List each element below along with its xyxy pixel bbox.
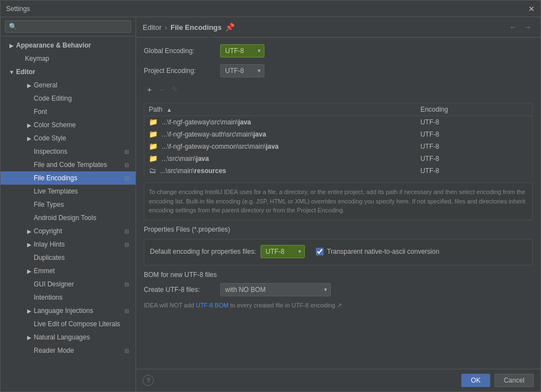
sidebar-label-general: General xyxy=(34,81,131,89)
sidebar-label-font: Font xyxy=(34,108,131,116)
sidebar-item-copyright[interactable]: ▶ Copyright ⊟ xyxy=(1,224,136,238)
expand-arrow: ▶ xyxy=(7,43,16,49)
sidebar-item-font[interactable]: Font xyxy=(1,105,136,118)
expand-arrow-editor: ▼ xyxy=(7,69,16,75)
reader-mode-badge: ⊟ xyxy=(122,346,131,355)
back-button[interactable]: ← xyxy=(507,22,519,33)
sidebar-item-inlay-hints[interactable]: ▶ Inlay Hints ⊟ xyxy=(1,238,136,251)
table-row[interactable]: 📁 ...\f-ngf-gateway-auth\src\main\java U… xyxy=(144,128,533,140)
col-path[interactable]: Path ▲ xyxy=(144,103,416,116)
sidebar-item-code-style[interactable]: ▶ Code Style xyxy=(1,132,136,145)
project-encoding-label: Project Encoding: xyxy=(144,67,216,75)
row-path: 📁 ...\f-ngf-gateway\src\main\java xyxy=(144,116,416,128)
bom-section: BOM for new UTF-8 files Create UTF-8 fil… xyxy=(144,271,533,309)
sidebar-item-intentions[interactable]: Intentions xyxy=(1,291,136,304)
sidebar-item-appearance[interactable]: ▶ Appearance & Behavior xyxy=(1,39,136,52)
global-encoding-value: UTF-8 xyxy=(225,47,244,55)
breadcrumb: Editor › File Encodings 📌 xyxy=(143,23,235,32)
sidebar-item-live-templates[interactable]: Live Templates xyxy=(1,185,136,198)
sidebar-item-reader-mode[interactable]: Reader Mode ⊟ xyxy=(1,344,136,357)
settings-window: Settings ✕ ▶ Appearance & Behavior Keyma… xyxy=(0,0,541,392)
utf8-bom-link[interactable]: UTF-8 BOM xyxy=(196,302,228,309)
row-path: 📁 ...\f-ngf-gateway-auth\src\main\java xyxy=(144,128,416,140)
sidebar-label-natural-languages: Natural Languages xyxy=(34,333,131,341)
sidebar-item-duplicates[interactable]: Duplicates xyxy=(1,251,136,264)
sidebar-item-file-code-templates[interactable]: File and Code Templates ⊟ xyxy=(1,158,136,171)
folder-icon: 📁 xyxy=(149,142,158,150)
breadcrumb-current: File Encodings xyxy=(170,23,221,32)
default-encoding-value: UTF-8 xyxy=(266,248,284,255)
help-button[interactable]: ? xyxy=(143,375,154,386)
remove-button[interactable]: − xyxy=(156,84,167,95)
global-encoding-dropdown[interactable]: UTF-8 ▼ xyxy=(220,44,264,58)
cancel-button[interactable]: Cancel xyxy=(495,374,534,387)
search-input[interactable] xyxy=(5,20,131,33)
sidebar-item-android-design[interactable]: Android Design Tools xyxy=(1,211,136,224)
sidebar-item-live-edit[interactable]: Live Edit of Compose Literals xyxy=(1,317,136,331)
sidebar-label-live-templates: Live Templates xyxy=(34,187,131,195)
sidebar-label-code-style: Code Style xyxy=(34,134,131,142)
file-table: Path ▲ Encoding 📁 ...\f-ngf-gateway\src\… xyxy=(144,103,533,177)
global-encoding-label: Global Encoding: xyxy=(144,47,216,55)
sidebar-label-code-editing: Code Editing xyxy=(34,95,131,102)
hint-text: To change encoding IntelliJ IDEA uses fo… xyxy=(144,182,533,220)
row-path: 🗂 ...\src\main\resources xyxy=(144,165,416,177)
forward-button[interactable]: → xyxy=(522,22,534,33)
create-utf8-row: Create UTF-8 files: with NO BOM ▼ xyxy=(144,283,533,296)
col-encoding[interactable]: Encoding xyxy=(416,103,533,116)
table-row[interactable]: 🗂 ...\src\main\resources UTF-8 xyxy=(144,165,533,177)
file-encodings-badge: ⊟ xyxy=(122,174,131,182)
ok-button[interactable]: OK xyxy=(461,374,490,387)
main-body: Global Encoding: UTF-8 ▼ Project Encodin… xyxy=(136,38,540,369)
folder-file-icon: 🗂 xyxy=(149,166,156,175)
sidebar-label-duplicates: Duplicates xyxy=(34,254,131,262)
add-button[interactable]: + xyxy=(144,84,155,95)
edit-button[interactable]: ✎ xyxy=(168,84,181,95)
row-encoding: UTF-8 xyxy=(416,153,533,165)
create-utf8-dropdown[interactable]: with NO BOM ▼ xyxy=(220,283,331,296)
sidebar-item-keymap[interactable]: Keymap xyxy=(1,52,136,65)
sidebar-label-color-scheme: Color Scheme xyxy=(34,121,131,129)
sidebar-label-emmet: Emmet xyxy=(34,267,131,275)
sidebar-label-reader-mode: Reader Mode xyxy=(34,347,122,354)
path-prefix: ...\f-ngf-gateway-common\src\main\ xyxy=(162,143,266,150)
sidebar-item-gui-designer[interactable]: GUI Designer ⊟ xyxy=(1,278,136,291)
content-area: ▶ Appearance & Behavior Keymap ▼ Editor … xyxy=(1,17,540,391)
transparent-checkbox[interactable] xyxy=(316,248,324,255)
gui-designer-badge: ⊟ xyxy=(122,280,131,289)
create-utf8-value: with NO BOM xyxy=(225,286,266,294)
row-encoding: UTF-8 xyxy=(416,165,533,177)
sidebar-item-emmet[interactable]: ▶ Emmet xyxy=(1,264,136,278)
sidebar-label-copyright: Copyright xyxy=(34,227,122,235)
sidebar-item-editor[interactable]: ▼ Editor xyxy=(1,65,136,79)
path-bold: resources xyxy=(194,167,226,175)
sidebar-item-color-scheme[interactable]: ▶ Color Scheme xyxy=(1,118,136,132)
project-encoding-row: Project Encoding: UTF-8 ▼ xyxy=(144,64,533,77)
language-injections-badge: ⊟ xyxy=(122,306,131,315)
table-row[interactable]: 📁 ...\src\main\java UTF-8 xyxy=(144,153,533,165)
sidebar-label-file-code-templates: File and Code Templates xyxy=(34,161,122,169)
sidebar-label-keymap: Keymap xyxy=(25,55,131,62)
path-prefix: ...\f-ngf-gateway-auth\src\main\ xyxy=(162,130,253,138)
sidebar-item-language-injections[interactable]: ▶ Language Injections ⊟ xyxy=(1,304,136,317)
project-encoding-dropdown[interactable]: UTF-8 ▼ xyxy=(220,64,264,77)
close-button[interactable]: ✕ xyxy=(528,4,535,13)
sidebar-item-inspections[interactable]: Inspections ⊟ xyxy=(1,145,136,158)
sidebar-tree: ▶ Appearance & Behavior Keymap ▼ Editor … xyxy=(1,36,136,391)
table-row[interactable]: 📁 ...\f-ngf-gateway\src\main\java UTF-8 xyxy=(144,116,533,128)
sidebar-item-general[interactable]: ▶ General xyxy=(1,79,136,92)
file-templates-badge: ⊟ xyxy=(122,160,131,169)
default-encoding-dropdown[interactable]: UTF-8 ▼ xyxy=(261,245,305,258)
table-row[interactable]: 📁 ...\f-ngf-gateway-common\src\main\java… xyxy=(144,140,533,153)
path-bold: java xyxy=(253,130,266,138)
pin-icon: 📌 xyxy=(225,23,235,32)
folder-icon: 📁 xyxy=(149,130,158,138)
transparent-row: Transparent native-to-ascii conversion xyxy=(316,248,439,255)
sidebar-item-file-types[interactable]: File Types xyxy=(1,198,136,211)
row-encoding: UTF-8 xyxy=(416,128,533,140)
sidebar-item-natural-languages[interactable]: ▶ Natural Languages xyxy=(1,331,136,344)
sidebar-item-file-encodings[interactable]: File Encodings ⊟ xyxy=(1,171,136,185)
sidebar-item-code-editing[interactable]: Code Editing xyxy=(1,92,136,105)
path-prefix: ...\f-ngf-gateway\src\main\ xyxy=(162,118,238,126)
titlebar: Settings ✕ xyxy=(1,1,540,17)
